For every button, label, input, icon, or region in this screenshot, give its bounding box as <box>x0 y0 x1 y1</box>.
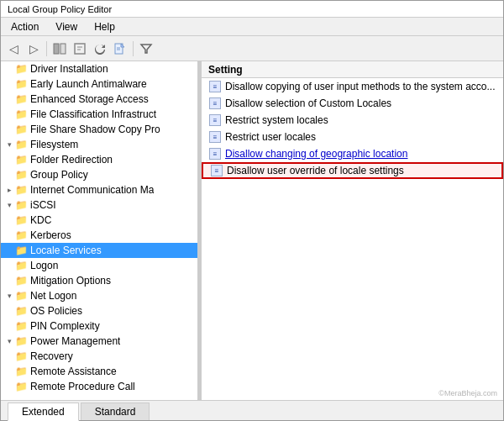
forward-button[interactable]: ▷ <box>24 39 43 58</box>
tree-item[interactable]: 📁Kerberos <box>1 228 197 243</box>
tree-item[interactable]: 📁PIN Complexity <box>1 318 197 334</box>
export-button[interactable] <box>111 39 129 58</box>
toolbar: ◁ ▷ <box>1 36 503 61</box>
tree-item[interactable]: 📁Early Launch Antimalware <box>1 76 197 92</box>
title-bar: Local Group Policy Editor <box>1 1 503 18</box>
tree-item-label: Logon <box>30 260 58 271</box>
folder-icon: 📁 <box>15 199 28 211</box>
policy-text: Restrict user locales <box>225 131 316 143</box>
right-pane-content: ≡Disallow copying of user input methods … <box>202 78 503 400</box>
back-button[interactable]: ◁ <box>4 39 23 58</box>
tree-item-label: Power Management <box>30 335 120 347</box>
policy-item[interactable]: ≡Disallow user override of locale settin… <box>202 162 503 179</box>
expand-icon <box>4 276 14 286</box>
tree-item[interactable]: 📁Mitigation Options <box>1 273 197 288</box>
tree-item[interactable]: 📁Remote Assistance <box>1 364 197 379</box>
tree-item[interactable]: 📁Recovery <box>1 349 197 364</box>
right-pane: Setting ≡Disallow copying of user input … <box>202 61 503 400</box>
tree-item-label: Kerberos <box>30 229 71 241</box>
menu-action[interactable]: Action <box>4 19 45 34</box>
policy-text: Disallow copying of user input methods t… <box>225 81 496 92</box>
expand-icon <box>4 170 14 180</box>
properties-button[interactable] <box>71 39 89 58</box>
toolbar-separator-1 <box>46 41 47 56</box>
tree-item-label: Mitigation Options <box>30 275 111 287</box>
folder-icon: 📁 <box>15 335 28 347</box>
folder-icon: 📁 <box>15 139 28 150</box>
menu-bar: Action View Help <box>1 18 503 36</box>
bottom-tab-standard[interactable]: Standard <box>81 403 150 420</box>
expand-icon: ▾ <box>4 291 14 301</box>
tree-item[interactable]: 📁Group Policy <box>1 167 197 182</box>
policy-text: Restrict system locales <box>225 114 328 126</box>
tree-item[interactable]: ▾📁Net Logon <box>1 288 197 303</box>
tree-item[interactable]: ▸📁Internet Communication Ma <box>1 182 197 197</box>
tree-item[interactable]: 📁OS Policies <box>1 303 197 318</box>
folder-icon: 📁 <box>15 275 28 287</box>
bottom-tab-extended[interactable]: Extended <box>8 403 79 421</box>
right-pane-header: Setting <box>202 61 503 78</box>
expand-icon <box>4 109 14 119</box>
show-hide-button[interactable] <box>50 39 69 58</box>
folder-icon: 📁 <box>15 260 28 271</box>
policy-icon: ≡ <box>208 97 222 110</box>
policy-icon: ≡ <box>208 113 222 127</box>
content-area: 📁Driver Installation📁Early Launch Antima… <box>1 61 503 400</box>
menu-help[interactable]: Help <box>87 19 122 34</box>
tree-item[interactable]: 📁File Share Shadow Copy Pro <box>1 122 197 137</box>
tree-item[interactable]: 📁Driver Installation <box>1 61 197 76</box>
toolbar-separator-2 <box>133 41 134 56</box>
policy-text: Disallow selection of Custom Locales <box>225 97 391 109</box>
folder-icon: 📁 <box>15 214 28 226</box>
policy-item[interactable]: ≡Disallow changing of geographic locatio… <box>202 145 503 162</box>
tree-item[interactable]: 📁File Classification Infrastruct <box>1 107 197 122</box>
tree-item[interactable]: 📁Remote Procedure Call <box>1 379 197 394</box>
folder-icon: 📁 <box>15 350 28 362</box>
filter-button[interactable] <box>137 39 155 58</box>
policy-item[interactable]: ≡Disallow copying of user input methods … <box>202 78 503 95</box>
expand-icon <box>4 351 14 361</box>
tree-item-label: Internet Communication Ma <box>30 184 154 196</box>
expand-icon: ▾ <box>4 139 14 150</box>
tree-item-label: Recovery <box>30 350 73 362</box>
policy-icon: ≡ <box>208 147 222 161</box>
tree-item[interactable]: 📁KDC <box>1 213 197 228</box>
expand-icon <box>4 124 14 134</box>
policy-item[interactable]: ≡Restrict system locales <box>202 112 503 129</box>
tree-item-label: PIN Complexity <box>30 320 100 332</box>
folder-icon: 📁 <box>15 93 28 105</box>
policy-text: Disallow user override of locale setting… <box>227 165 404 176</box>
folder-icon: 📁 <box>15 184 28 196</box>
tree-item[interactable]: ▾📁iSCSI <box>1 197 197 213</box>
menu-view[interactable]: View <box>49 19 84 34</box>
expand-icon: ▸ <box>4 185 14 195</box>
tree-item-label: File Classification Infrastruct <box>30 108 156 120</box>
expand-icon <box>4 366 14 376</box>
folder-icon: 📁 <box>15 108 28 120</box>
folder-icon: 📁 <box>15 366 28 377</box>
tree-item[interactable]: 📁Logon <box>1 258 197 273</box>
tree-item[interactable]: 📁Enhanced Storage Access <box>1 92 197 107</box>
left-pane[interactable]: 📁Driver Installation📁Early Launch Antima… <box>1 61 198 400</box>
expand-icon <box>4 260 14 271</box>
policy-icon: ≡ <box>208 80 222 93</box>
tree-item-label: Remote Assistance <box>30 366 117 377</box>
expand-icon <box>4 79 14 89</box>
tree-item[interactable]: ▾📁Filesystem <box>1 137 197 152</box>
window-title: Local Group Policy Editor <box>8 4 112 14</box>
tree-item-label: Folder Redirection <box>30 154 113 166</box>
svg-rect-2 <box>75 44 85 54</box>
folder-icon: 📁 <box>15 78 28 90</box>
policy-icon: ≡ <box>208 130 222 144</box>
refresh-button[interactable] <box>91 39 109 58</box>
tree-item[interactable]: 📁Folder Redirection <box>1 152 197 167</box>
policy-item[interactable]: ≡Disallow selection of Custom Locales <box>202 95 503 112</box>
folder-icon: 📁 <box>15 290 28 302</box>
tree-item-label: Enhanced Storage Access <box>30 93 149 105</box>
expand-icon <box>4 382 14 392</box>
policy-item[interactable]: ≡Restrict user locales <box>202 129 503 145</box>
tree-item[interactable]: ▾📁Power Management <box>1 334 197 349</box>
tree-item[interactable]: 📁Locale Services <box>1 243 197 258</box>
folder-icon: 📁 <box>15 154 28 166</box>
tree-item-label: Net Logon <box>30 290 76 302</box>
